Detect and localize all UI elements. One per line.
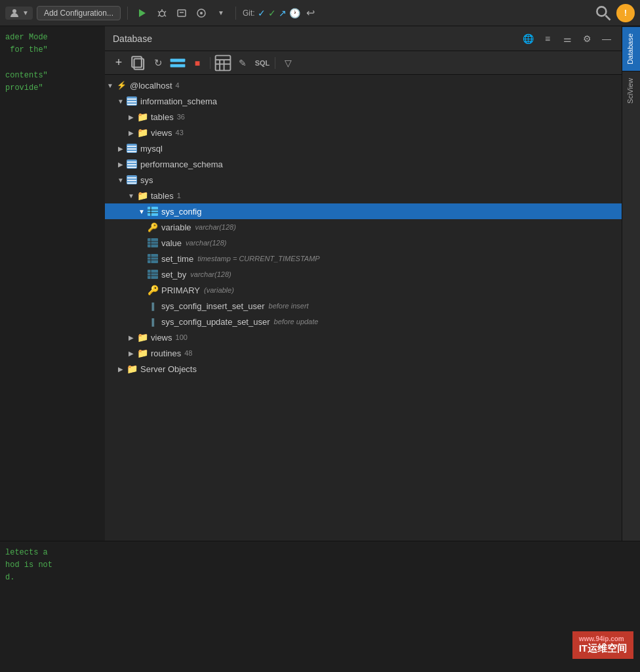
mysql-expand-icon[interactable]: ▶	[115, 145, 126, 152]
key-icon: 🔑	[147, 285, 159, 295]
table-view-button[interactable]	[214, 54, 231, 72]
col-value-type: varchar(128)	[186, 239, 226, 247]
tree-item-sys[interactable]: ▼ sys	[105, 172, 622, 188]
perf-schema-db-icon	[126, 159, 138, 169]
tree-item-col-set-time[interactable]: set_time timestamp = CURRENT_TIMESTAMP	[105, 251, 622, 266]
tree-item-server-objects[interactable]: ▶ 📁 Server Objects	[105, 361, 622, 377]
git-arrow-icon[interactable]: ↗	[279, 8, 287, 18]
localhost-label: @localhost	[130, 81, 172, 91]
db-toolbar: + ↻ ■	[105, 51, 622, 75]
tree-item-primary[interactable]: 🔑 PRIMARY (variable)	[105, 282, 622, 298]
sys-views-badge: 100	[176, 333, 188, 341]
sys-tables-expand-icon[interactable]: ▼	[126, 192, 136, 200]
stop-button[interactable]: ■	[189, 54, 206, 72]
tree-item-info-tables[interactable]: ▶ 📁 tables 36	[105, 109, 622, 125]
bottom-code-line-1: letects a	[5, 547, 635, 559]
tree-item-trigger-update[interactable]: ∥ sys_config_update_set_user before upda…	[105, 314, 622, 329]
git-check-green-icon[interactable]: ✓	[268, 8, 276, 18]
trigger-insert-label: sys_config_insert_set_user	[161, 301, 265, 311]
copy-button[interactable]	[130, 54, 147, 72]
key-column-icon: 🔑	[147, 222, 159, 232]
query-button[interactable]: SQL	[254, 54, 271, 72]
col-variable-type: varchar(128)	[195, 223, 236, 231]
tree-item-sys-routines[interactable]: ▶ 📁 routines 48	[105, 345, 622, 361]
add-config-button[interactable]: Add Configuration...	[37, 6, 121, 20]
git-check-blue-icon[interactable]: ✓	[258, 8, 266, 18]
dropdown-button[interactable]: ▼	[213, 5, 229, 21]
info-views-expand-icon[interactable]: ▶	[126, 129, 136, 136]
sys-views-expand-icon[interactable]: ▶	[126, 334, 136, 341]
sys-routines-expand-icon[interactable]: ▶	[126, 350, 136, 357]
tree-item-localhost[interactable]: ▼ ⚡ @localhost 4	[105, 77, 622, 93]
filter-button[interactable]: ▽	[279, 54, 296, 72]
coverage-button[interactable]	[174, 5, 190, 21]
filter-icon[interactable]: ⚌	[560, 32, 574, 46]
svg-rect-18	[216, 55, 231, 70]
git-label: Git:	[243, 9, 255, 18]
table-grid-icon	[147, 207, 159, 216]
git-undo-button[interactable]: ↩	[303, 5, 319, 21]
perf-schema-expand-icon[interactable]: ▶	[115, 161, 126, 168]
perf-schema-label: performance_schema	[140, 159, 223, 169]
coverage-icon	[176, 8, 187, 18]
main-area: ader Mode for the" contents" provide" Da…	[0, 26, 640, 541]
code-panel-left: ader Mode for the" contents" provide"	[0, 26, 105, 541]
tree-item-info-views[interactable]: ▶ 📁 views 43	[105, 125, 622, 140]
mysql-label: mysql	[140, 144, 163, 154]
info-tables-expand-icon[interactable]: ▶	[126, 114, 136, 121]
tree-item-information-schema[interactable]: ▼ information_schema	[105, 93, 622, 109]
notification-badge[interactable]: !	[616, 4, 635, 22]
tab-database[interactable]: Database	[622, 26, 640, 71]
copy-icon	[130, 54, 147, 72]
git-clock-icon[interactable]: 🕐	[289, 8, 300, 18]
svg-point-0	[12, 9, 16, 13]
trigger-update-label: sys_config_update_set_user	[161, 317, 270, 327]
code-line-4: contents"	[5, 70, 100, 82]
col-set-time-label: set_time	[161, 254, 193, 264]
tree-item-sys-config[interactable]: ▼ sys_config	[105, 203, 622, 219]
svg-rect-37	[127, 180, 136, 181]
code-line-5: provide"	[5, 82, 100, 94]
sys-config-expand-icon[interactable]: ▼	[136, 208, 147, 215]
run-button[interactable]	[134, 5, 150, 21]
sys-expand-icon[interactable]: ▼	[115, 177, 126, 184]
right-tabs: Database SciView	[622, 26, 640, 541]
schema-button[interactable]	[169, 54, 186, 72]
tree-item-performance-schema[interactable]: ▶ performance_schema	[105, 156, 622, 172]
tab-sciview[interactable]: SciView	[622, 71, 640, 110]
globe-icon[interactable]: 🌐	[521, 32, 535, 46]
svg-rect-17	[170, 64, 186, 67]
info-views-label: views	[151, 128, 172, 138]
server-objects-expand-icon[interactable]: ▶	[115, 366, 126, 373]
search-button[interactable]	[594, 4, 612, 22]
tree-item-mysql[interactable]: ▶ mysql	[105, 140, 622, 156]
refresh-button[interactable]: ↻	[150, 54, 167, 72]
user-menu[interactable]: ▼	[5, 7, 33, 20]
tree-item-sys-tables[interactable]: ▼ 📁 tables 1	[105, 188, 622, 203]
settings-icon[interactable]: ⚙	[580, 32, 594, 46]
col-set-time-type: timestamp = CURRENT_TIMESTAMP	[197, 255, 320, 262]
profile-button[interactable]	[193, 5, 209, 21]
trigger-update-type: before update	[274, 318, 319, 326]
localhost-expand-icon[interactable]: ▼	[105, 82, 115, 89]
tree-item-col-set-by[interactable]: set_by varchar(128)	[105, 266, 622, 282]
debug-button[interactable]	[154, 5, 170, 21]
tree-item-col-variable[interactable]: 🔑 variable varchar(128)	[105, 219, 622, 235]
sys-routines-folder-icon: 📁	[136, 348, 148, 358]
svg-line-4	[158, 11, 159, 12]
tree-item-col-value[interactable]: value varchar(128)	[105, 235, 622, 251]
tree-item-sys-views[interactable]: ▶ 📁 views 100	[105, 329, 622, 345]
code-line-1: ader Mode	[5, 32, 100, 44]
column-icon-set-time	[147, 254, 159, 263]
code-line-3	[5, 56, 100, 69]
add-item-button[interactable]: +	[110, 54, 127, 72]
info-schema-expand-icon[interactable]: ▼	[115, 98, 126, 105]
tree-item-trigger-insert[interactable]: ∥ sys_config_insert_set_user before inse…	[105, 298, 622, 314]
minimize-icon[interactable]: —	[599, 32, 614, 46]
db-panel-title: Database	[113, 33, 521, 44]
svg-rect-28	[127, 146, 136, 147]
edit-button[interactable]: ✎	[234, 54, 251, 72]
list-icon[interactable]: ≡	[540, 32, 555, 46]
localhost-badge: 4	[176, 81, 180, 89]
chevron-down-icon: ▼	[218, 9, 224, 16]
